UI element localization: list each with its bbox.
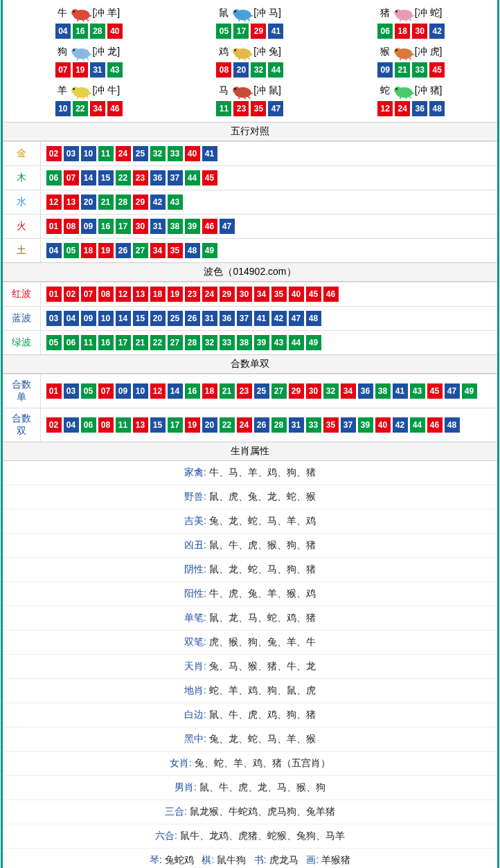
number-ball: 31 [202, 311, 217, 326]
number-ball: 15 [133, 311, 148, 326]
number-ball: 43 [107, 62, 123, 78]
zodiac-cell: 马 [冲 鼠] 11233547 [171, 82, 330, 118]
number-ball: 42 [393, 417, 408, 433]
number-ball: 21 [133, 335, 148, 350]
number-ball: 45 [429, 62, 445, 78]
heshu-header: 合数单双 [3, 354, 497, 374]
svg-point-7 [394, 9, 401, 16]
number-ball: 33 [306, 417, 321, 433]
number-ball: 22 [116, 170, 131, 186]
data-row: 合数单0103050709101214161821232527293032343… [3, 374, 497, 408]
number-ball: 30 [133, 219, 148, 234]
row-label: 红波 [3, 282, 40, 307]
zodiac-cell: 猪 [冲 蛇] 06183042 [332, 4, 490, 40]
number-ball: 36 [412, 101, 427, 116]
number-ball: 26 [254, 417, 269, 433]
attr-value: 兔、龙、蛇、马、羊、鸡 [209, 515, 316, 526]
attr-key: 吉美: [184, 515, 206, 526]
number-ball: 41 [393, 383, 408, 399]
attr-list: 家禽:牛、马、羊、鸡、狗、猪野兽:鼠、虎、兔、龙、蛇、猴吉美:兔、龙、蛇、马、羊… [3, 461, 497, 849]
number-ball: 10 [55, 101, 71, 116]
number-ball: 28 [116, 195, 131, 210]
number-ball: 35 [271, 287, 287, 302]
number-ball: 18 [202, 383, 217, 399]
number-ball: 16 [185, 383, 200, 399]
zodiac-cell: 猴 [冲 虎] 09213345 [332, 43, 490, 79]
attr-key: 双笔: [184, 636, 206, 647]
number-ball: 20 [81, 195, 96, 210]
number-ball: 44 [410, 417, 425, 433]
attr-value: 鼠龙猴、牛蛇鸡、虎马狗、兔羊猪 [190, 806, 335, 817]
zodiac-name: 鸡 [219, 46, 229, 58]
row-balls: 05061116172122272832333839434449 [40, 331, 497, 355]
attr-row: 六合:鼠牛、龙鸡、虎猪、蛇猴、兔狗、马羊 [3, 824, 497, 849]
number-ball: 18 [395, 24, 410, 39]
attr-key: 凶丑: [184, 539, 206, 550]
number-ball: 08 [64, 219, 79, 234]
number-ball: 25 [133, 146, 148, 161]
row-balls: 06071415222336374445 [40, 166, 497, 190]
attr-row: 地肖:蛇、羊、鸡、狗、鼠、虎 [3, 679, 497, 703]
attr-key: 女肖: [170, 757, 192, 768]
number-ball: 36 [150, 170, 166, 186]
number-ball: 07 [64, 170, 79, 186]
number-ball: 26 [116, 243, 131, 258]
number-ball: 42 [150, 195, 166, 210]
zodiac-chong: [冲 虎] [415, 46, 443, 58]
number-ball: 33 [168, 146, 183, 161]
number-ball: 32 [251, 62, 266, 78]
number-ball: 16 [98, 219, 114, 234]
number-ball: 12 [46, 195, 62, 210]
row-label: 金 [3, 142, 40, 166]
attr-value: 鼠、龙、蛇、马、狗、猪 [209, 563, 316, 575]
attr-row: 黑中:兔、龙、蛇、马、羊、猴 [3, 727, 497, 752]
attr-value: 鼠牛、龙鸡、虎猪、蛇猴、兔狗、马羊 [180, 830, 345, 841]
attr-row: 双笔:虎、猴、狗、兔、羊、牛 [3, 631, 497, 655]
attr-value: 鼠、牛、虎、猴、狗、猪 [209, 539, 316, 550]
number-ball: 25 [254, 383, 269, 399]
zodiac-name: 牛 [57, 7, 67, 19]
bose-table: 红波0102070812131819232429303435404546蓝波03… [3, 282, 497, 354]
svg-point-19 [72, 87, 79, 93]
number-ball: 41 [268, 24, 283, 39]
number-ball: 32 [150, 146, 166, 161]
number-ball: 04 [46, 243, 62, 258]
number-ball: 30 [237, 287, 252, 302]
attr-header: 生肖属性 [3, 442, 497, 461]
data-row: 土04051819262734354849 [3, 239, 497, 263]
number-ball: 06 [81, 417, 96, 433]
number-ball: 39 [185, 219, 200, 234]
number-ball: 38 [375, 383, 391, 399]
number-ball: 37 [341, 417, 356, 433]
number-ball: 39 [254, 335, 269, 350]
number-ball: 18 [150, 287, 166, 302]
number-ball: 11 [216, 101, 231, 116]
svg-point-14 [235, 49, 237, 51]
attr-row: 男肖:鼠、牛、虎、龙、马、猴、狗 [3, 776, 497, 800]
number-ball: 39 [358, 417, 373, 433]
number-ball: 13 [133, 287, 148, 302]
number-ball: 49 [202, 243, 217, 258]
number-ball: 31 [90, 62, 105, 78]
number-ball: 17 [116, 219, 131, 234]
number-ball: 06 [377, 24, 393, 39]
svg-point-8 [395, 10, 398, 12]
number-ball: 29 [220, 287, 235, 302]
number-ball: 04 [64, 311, 79, 326]
number-ball: 14 [81, 170, 96, 186]
row-balls: 02031011242532334041 [40, 142, 497, 166]
zodiac-icon [230, 83, 252, 98]
number-ball: 03 [46, 311, 62, 326]
number-ball: 02 [46, 146, 62, 161]
number-ball: 05 [64, 243, 79, 258]
number-ball: 05 [216, 24, 231, 39]
number-ball: 20 [202, 417, 217, 433]
number-ball: 45 [306, 287, 321, 302]
footer-key: 棋: [202, 854, 214, 865]
number-ball: 42 [271, 311, 287, 326]
number-ball: 10 [81, 146, 96, 161]
number-ball: 16 [98, 335, 114, 350]
number-ball: 43 [410, 383, 425, 399]
number-ball: 47 [220, 219, 235, 234]
number-ball: 46 [202, 219, 217, 234]
